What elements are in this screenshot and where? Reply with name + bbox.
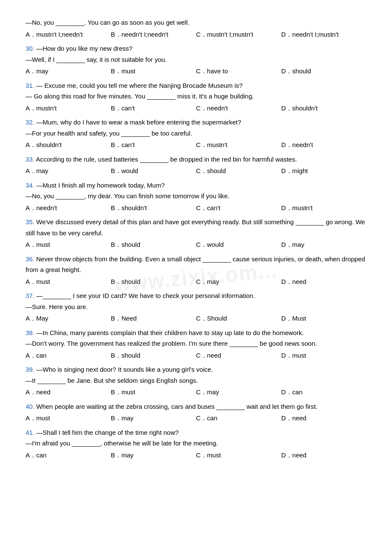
question-number: 31. — [26, 82, 36, 89]
option-text: needn't — [36, 204, 57, 211]
question-line: 35. We've discussed every detail of this… — [26, 217, 366, 238]
question-text: —Must I finish all my homework today, Mu… — [36, 182, 164, 189]
option-label: A． — [26, 104, 36, 112]
option-text: needn't — [207, 104, 228, 112]
question-text: —No, you ________. You can go as soon as… — [26, 19, 189, 26]
option-text: must — [121, 67, 135, 75]
option-text: needn't I;needn't — [121, 31, 168, 38]
question-line: —It ________ be Jane. But she seldom sin… — [26, 375, 366, 386]
option-item: C．mustn't I;mustn't — [196, 29, 281, 40]
option-label: A． — [26, 167, 36, 174]
option-text: mustn't — [36, 104, 57, 112]
option-item: B．may — [111, 413, 196, 424]
question-number: 41. — [26, 429, 36, 436]
option-item: D．needn't I;mustn't — [281, 29, 366, 40]
option-text: May — [36, 315, 48, 322]
option-item: B．may — [111, 450, 196, 461]
option-text: would — [207, 241, 224, 248]
question-text: Never throw objects from the building. E… — [26, 255, 365, 274]
question-block: 38. —In China, many parents complain tha… — [26, 327, 366, 361]
question-line: 37. —________ I see your ID card? We hav… — [26, 290, 366, 301]
question-line: 38. —In China, many parents complain tha… — [26, 327, 366, 338]
option-label: C． — [196, 31, 207, 38]
option-text: mustn't I;mustn't — [207, 31, 253, 38]
option-item: B．Need — [111, 313, 196, 324]
option-text: would — [121, 167, 138, 174]
question-block: 40. When people are waiting at the zebra… — [26, 401, 366, 424]
question-text: —Sure. Here you are. — [26, 303, 88, 310]
question-block: 33. According to the rule, used batterie… — [26, 154, 366, 176]
options-row: A．mustn't I;needn'tB．needn't I;needn'tC．… — [26, 29, 366, 40]
option-text: needn't — [292, 141, 313, 148]
question-text: —Mum, why do I have to wear a mask befor… — [36, 119, 241, 126]
option-label: D． — [281, 104, 292, 112]
option-item: B．would — [111, 165, 196, 176]
option-text: might — [292, 167, 308, 174]
option-item: D．need — [281, 276, 366, 287]
option-item: A．can — [26, 350, 111, 361]
option-label: A． — [26, 204, 36, 211]
option-text: may — [121, 414, 133, 422]
question-block: 34. —Must I finish all my homework today… — [26, 180, 366, 214]
option-label: B． — [111, 451, 121, 459]
options-row: A．needB．mustC．mayD．can — [26, 387, 366, 398]
option-item: D．need — [281, 450, 366, 461]
content: —No, you ________. You can go as soon as… — [26, 17, 366, 460]
option-item: D．mustn't — [281, 202, 366, 214]
question-text: —Well, if I ________ say, it is not suit… — [26, 56, 167, 63]
option-item: C．may — [196, 387, 281, 398]
question-text: —Don't worry. The government has realize… — [26, 340, 317, 347]
question-block: —No, you ________. You can go as soon as… — [26, 17, 366, 40]
option-label: A． — [26, 67, 36, 75]
option-item: B．should — [111, 276, 196, 287]
option-item: D．needn't — [281, 139, 366, 150]
option-text: can — [207, 414, 217, 422]
question-number: 33. — [26, 156, 36, 163]
option-label: A． — [26, 414, 36, 422]
option-label: D． — [281, 141, 292, 148]
option-label: B． — [111, 241, 121, 248]
option-label: B． — [111, 67, 121, 75]
option-item: B．can't — [111, 139, 196, 150]
question-line: 41. —Shall I tell him the change of the … — [26, 427, 366, 438]
option-item: C．can't — [196, 202, 281, 214]
question-text: —Who is singing next door? It sounds lik… — [36, 366, 213, 373]
option-label: C． — [196, 388, 207, 396]
options-row: A．MayB．NeedC．ShouldD．Must — [26, 313, 366, 324]
option-label: A． — [26, 451, 36, 459]
question-line: 39. —Who is singing next door? It sounds… — [26, 364, 366, 375]
option-text: can — [36, 451, 46, 459]
options-row: A．mustn'tB．can'tC．needn'tD．shouldn't — [26, 103, 366, 114]
option-item: C．should — [196, 165, 281, 176]
option-text: Should — [207, 315, 227, 322]
question-block: 37. —________ I see your ID card? We hav… — [26, 290, 366, 324]
options-row: A．mustB．mayC．canD．need — [26, 413, 366, 424]
option-text: can't — [207, 204, 220, 211]
option-label: C． — [196, 204, 207, 211]
option-item: B．should — [111, 350, 196, 361]
option-item: A．mustn't — [26, 103, 111, 114]
option-text: may — [36, 167, 48, 174]
question-number: 37. — [26, 292, 36, 299]
question-line: —No, you ________, my dear. You can fini… — [26, 191, 366, 202]
option-label: D． — [281, 31, 292, 38]
option-text: should — [207, 167, 226, 174]
option-item: C．would — [196, 239, 281, 250]
option-text: mustn't I;needn't — [36, 31, 83, 38]
options-row: A．canB．mayC．mustD．need — [26, 450, 366, 461]
question-text: According to the rule, used batteries __… — [36, 156, 297, 163]
option-label: A． — [26, 241, 36, 248]
question-number: 30. — [26, 45, 36, 52]
option-item: D．can — [281, 387, 366, 398]
question-text: —No, you ________, my dear. You can fini… — [26, 192, 230, 199]
question-block: 41. —Shall I tell him the change of the … — [26, 427, 366, 461]
question-line: —Don't worry. The government has realize… — [26, 338, 366, 349]
option-label: B． — [111, 204, 121, 211]
option-item: A．must — [26, 239, 111, 250]
option-text: should — [121, 241, 140, 248]
option-label: D． — [281, 278, 292, 285]
option-label: B． — [111, 352, 121, 359]
question-text: — Go along this road for five minutes. Y… — [26, 92, 254, 100]
option-label: C． — [196, 278, 207, 285]
option-label: C． — [196, 352, 207, 359]
